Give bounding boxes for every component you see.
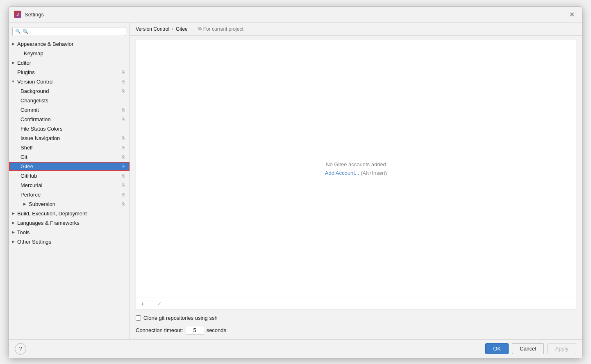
timeout-unit: seconds xyxy=(207,327,226,333)
clone-ssh-row: Clone git repositories using ssh xyxy=(136,315,576,321)
sidebar-item-label: Editor xyxy=(17,59,126,66)
close-button[interactable]: ✕ xyxy=(567,10,577,19)
sidebar-item-label: Perforce xyxy=(20,191,122,198)
sidebar-item-label: GitHub xyxy=(20,172,122,179)
sidebar-item-background[interactable]: Background ⎘ xyxy=(9,86,130,96)
sidebar-item-mercurial[interactable]: Mercurial ⎘ xyxy=(9,181,130,190)
sidebar-item-label: Background xyxy=(20,88,122,95)
sidebar-item-label: Issue Navigation xyxy=(20,135,122,142)
app-icon: J xyxy=(14,11,21,18)
sidebar-item-keymap[interactable]: ▶ Keymap xyxy=(9,49,130,58)
add-account-link[interactable]: Add Account... xyxy=(325,170,359,176)
project-link-label: For current project xyxy=(203,26,243,32)
add-account-shortcut: (Alt+Insert) xyxy=(361,170,387,176)
copy-icon: ⎘ xyxy=(122,88,126,93)
sidebar-item-label: Plugins xyxy=(17,69,122,76)
sidebar-item-version-control[interactable]: ▼ Version Control ⎘ xyxy=(9,77,130,86)
sidebar-item-label: Keymap xyxy=(24,50,126,57)
sidebar-item-changelists[interactable]: Changelists xyxy=(9,96,130,105)
sidebar-item-plugins[interactable]: Plugins ⎘ xyxy=(9,68,130,77)
sidebar: 🔍 ▶ Appearance & Behavior ▶ Keymap ▶ Edi… xyxy=(9,23,130,339)
add-account-row: Add Account... (Alt+Insert) xyxy=(325,170,387,176)
timeout-label: Connection timeout: xyxy=(136,327,183,333)
copy-icon: ⎘ xyxy=(122,154,126,159)
copy-icon: ⎘ xyxy=(122,107,126,112)
search-box[interactable]: 🔍 xyxy=(12,27,126,36)
check-account-button[interactable]: ✓ xyxy=(155,300,164,308)
sidebar-item-label: Other Settings xyxy=(17,238,126,245)
project-icon: ⧉ xyxy=(198,26,202,32)
sidebar-item-shelf[interactable]: Shelf ⎘ xyxy=(9,143,130,152)
sidebar-item-label: Changelists xyxy=(20,97,126,104)
sidebar-item-label: Build, Execution, Deployment xyxy=(17,210,126,217)
expand-icon: ▶ xyxy=(9,240,17,244)
copy-icon: ⎘ xyxy=(122,79,126,84)
copy-icon: ⎘ xyxy=(122,173,126,178)
settings-dialog: J Settings ✕ 🔍 ▶ Appearance & Behavior ▶… xyxy=(9,6,582,358)
sidebar-item-label: Git xyxy=(20,154,122,161)
sidebar-item-label: Gitee xyxy=(20,163,122,170)
sidebar-item-gitee[interactable]: Gitee ⎘ xyxy=(9,162,130,171)
breadcrumb-current: Gitee xyxy=(176,26,188,32)
sidebar-item-label: Confirmation xyxy=(20,116,122,123)
sidebar-item-label: Appearance & Behavior xyxy=(17,41,126,47)
sidebar-item-confirmation[interactable]: Confirmation ⎘ xyxy=(9,115,130,124)
sidebar-item-label: Languages & Frameworks xyxy=(17,219,126,226)
add-account-button[interactable]: + xyxy=(139,300,146,308)
sidebar-item-editor[interactable]: ▶ Editor xyxy=(9,58,130,68)
timeout-input[interactable] xyxy=(186,326,204,335)
dialog-title: Settings xyxy=(25,11,44,18)
search-input[interactable] xyxy=(23,29,123,34)
breadcrumb-parent: Version Control xyxy=(136,26,169,32)
sidebar-item-other-settings[interactable]: ▶ Other Settings xyxy=(9,237,130,246)
breadcrumb: Version Control › Gitee ⧉ For current pr… xyxy=(130,23,582,36)
sidebar-item-git[interactable]: Git ⎘ xyxy=(9,152,130,162)
footer-buttons: OK Cancel Apply xyxy=(485,343,576,354)
sidebar-item-github[interactable]: GitHub ⎘ xyxy=(9,171,130,181)
timeout-row: Connection timeout: seconds xyxy=(136,326,576,335)
options-area: Clone git repositories using ssh Connect… xyxy=(130,310,582,339)
sidebar-item-languages-frameworks[interactable]: ▶ Languages & Frameworks xyxy=(9,218,130,228)
breadcrumb-separator: › xyxy=(172,26,173,32)
sidebar-item-file-status-colors[interactable]: File Status Colors xyxy=(9,124,130,133)
title-bar: J Settings ✕ xyxy=(9,7,582,23)
expand-icon: ▶ xyxy=(9,211,17,215)
sidebar-item-perforce[interactable]: Perforce ⎘ xyxy=(9,190,130,199)
clone-ssh-label[interactable]: Clone git repositories using ssh xyxy=(143,315,218,321)
copy-icon: ⎘ xyxy=(122,70,126,75)
expand-icon: ▶ xyxy=(9,221,17,225)
project-link[interactable]: ⧉ For current project xyxy=(198,26,243,32)
clone-ssh-checkbox[interactable] xyxy=(136,315,141,321)
sidebar-item-build-execution[interactable]: ▶ Build, Execution, Deployment xyxy=(9,209,130,218)
main-content: Version Control › Gitee ⧉ For current pr… xyxy=(130,23,582,339)
sidebar-item-appearance[interactable]: ▶ Appearance & Behavior xyxy=(9,39,130,49)
cancel-button[interactable]: Cancel xyxy=(512,343,544,354)
ok-button[interactable]: OK xyxy=(485,343,509,354)
toolbar-strip: + − ✓ xyxy=(136,298,576,310)
copy-icon: ⎘ xyxy=(122,145,126,150)
sidebar-item-commit[interactable]: Commit ⎘ xyxy=(9,105,130,115)
sidebar-item-tools[interactable]: ▶ Tools xyxy=(9,228,130,237)
copy-icon: ⎘ xyxy=(122,136,126,140)
sidebar-item-label: File Status Colors xyxy=(20,125,126,132)
copy-icon: ⎘ xyxy=(122,117,126,122)
apply-button[interactable]: Apply xyxy=(547,343,576,354)
expand-icon: ▶ xyxy=(9,61,17,65)
accounts-panel: No Gitee accounts added Add Account... (… xyxy=(136,40,576,310)
expand-icon: ▼ xyxy=(9,79,17,84)
copy-icon: ⎘ xyxy=(122,183,126,188)
sidebar-item-label: Tools xyxy=(17,229,126,236)
dialog-body: 🔍 ▶ Appearance & Behavior ▶ Keymap ▶ Edi… xyxy=(9,23,582,339)
copy-icon: ⎘ xyxy=(122,192,126,197)
search-icon: 🔍 xyxy=(15,29,21,34)
title-bar-left: J Settings xyxy=(14,11,44,18)
sidebar-item-issue-navigation[interactable]: Issue Navigation ⎘ xyxy=(9,133,130,143)
sidebar-item-subversion[interactable]: ▶ Subversion ⎘ xyxy=(9,199,130,209)
sidebar-item-label: Version Control xyxy=(17,78,122,85)
copy-icon: ⎘ xyxy=(122,164,126,169)
accounts-area: No Gitee accounts added Add Account... (… xyxy=(136,40,576,298)
dialog-footer: ? OK Cancel Apply xyxy=(9,339,582,358)
sidebar-item-label: Mercurial xyxy=(20,182,122,189)
remove-account-button[interactable]: − xyxy=(147,300,154,308)
help-button[interactable]: ? xyxy=(15,343,26,355)
